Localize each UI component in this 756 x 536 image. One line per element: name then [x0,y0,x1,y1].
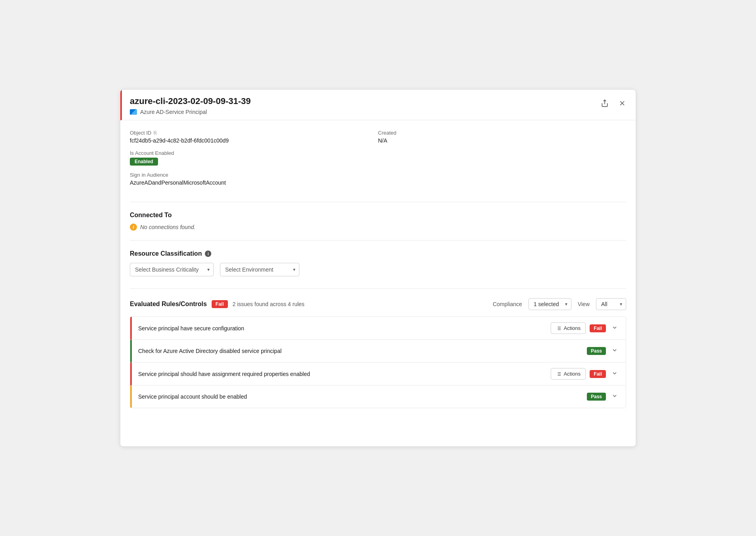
object-id-label: Object ID ⎘ [130,130,378,136]
account-enabled-section: Is Account Enabled Enabled [130,150,378,172]
rule-expand-button[interactable] [610,368,619,380]
rule-name: Service principal account should be enab… [138,393,587,400]
panel-body: Object ID ⎘ fcf24db5-a29d-4c82-b2df-6fdc… [120,120,636,418]
meta-grid: Object ID ⎘ fcf24db5-a29d-4c82-b2df-6fdc… [130,130,626,192]
created-section: Created N/A [378,130,626,150]
created-label: Created [378,130,626,136]
filter-icon [556,371,561,377]
rule-item: Service principal should have assignment… [130,362,626,386]
view-select[interactable]: All Fail Pass [596,298,626,310]
chevron-down-icon [611,324,618,331]
sign-in-section [378,150,626,172]
close-button[interactable] [617,98,628,109]
rule-status-badge: Pass [587,393,606,401]
rule-expand-button[interactable] [610,345,619,357]
classification-title: Resource Classification i [130,250,626,257]
view-label: View [578,301,590,307]
connections-section: Connected To i No connections found. [130,212,626,231]
rules-header: Evaluated Rules/Controls Fail 2 issues f… [130,298,626,310]
rule-expand-button[interactable] [610,391,619,402]
compliance-select[interactable]: 1 selected [528,298,571,310]
compliance-label: Compliance [493,301,522,307]
rules-issues-text: 2 issues found across 4 rules [233,301,305,307]
rules-fail-badge: Fail [212,300,228,308]
panel-title: azure-cli-2023-02-09-09-31-39 [130,96,251,106]
divider-1 [130,202,626,202]
business-criticality-select[interactable]: Select Business Criticality High Medium … [130,263,214,276]
info-circle-icon: i [130,224,137,231]
azure-service-icon [130,109,137,115]
rule-actions-right: Actions Fail [551,322,619,334]
connections-title: Connected To [130,212,626,219]
panel-subtitle: Azure AD-Service Principal [130,109,251,115]
rule-actions-right: Pass [587,345,619,357]
copy-icon[interactable]: ⎘ [154,130,157,136]
filter-icon [556,326,561,331]
share-button[interactable] [599,98,610,109]
chevron-down-icon [611,347,618,353]
sign-in-label: Sign in Audience [130,172,378,178]
environment-wrapper: Select Environment Production Staging De… [220,263,299,276]
rule-actions-right: Pass [587,391,619,402]
business-criticality-wrapper: Select Business Criticality High Medium … [130,263,214,276]
rules-section: Evaluated Rules/Controls Fail 2 issues f… [130,298,626,408]
object-id-section: Object ID ⎘ fcf24db5-a29d-4c82-b2df-6fdc… [130,130,378,150]
no-connections: i No connections found. [130,224,626,231]
rule-actions-right: Actions Fail [551,368,619,380]
view-dropdown-wrapper: All Fail Pass ▾ [596,298,626,310]
rules-header-left: Evaluated Rules/Controls Fail 2 issues f… [130,300,305,308]
account-enabled-label: Is Account Enabled [130,150,378,156]
panel-subtitle-text: Azure AD-Service Principal [140,109,207,115]
divider-2 [130,240,626,241]
rule-expand-button[interactable] [610,323,619,334]
environment-select[interactable]: Select Environment Production Staging De… [220,263,299,276]
sign-in-value: AzureADandPersonalMicrosoftAccount [130,179,378,186]
chevron-down-icon [611,370,618,376]
main-panel: azure-cli-2023-02-09-09-31-39 Azure AD-S… [120,89,636,447]
rules-title: Evaluated Rules/Controls [130,301,207,308]
rule-status-badge: Pass [587,347,606,355]
panel-header-actions [599,96,628,109]
rule-actions-button[interactable]: Actions [551,322,586,334]
rule-status-badge: Fail [590,370,606,378]
rule-name: Service principal have secure configurat… [138,325,551,332]
classification-section: Resource Classification i Select Busines… [130,250,626,276]
account-enabled-badge: Enabled [130,158,158,166]
rule-actions-button[interactable]: Actions [551,368,586,380]
classification-info-icon[interactable]: i [205,251,211,257]
rule-item: Service principal have secure configurat… [130,317,626,340]
rule-item: Check for Azure Active Directory disable… [130,340,626,362]
rule-name: Check for Azure Active Directory disable… [138,348,587,354]
rule-status-badge: Fail [590,324,606,332]
chevron-down-icon [611,393,618,399]
created-value: N/A [378,137,626,144]
compliance-dropdown-wrapper: 1 selected ▾ [528,298,571,310]
divider-3 [130,288,626,289]
sign-in-full-section: Sign in Audience AzureADandPersonalMicro… [130,172,378,192]
panel-header: azure-cli-2023-02-09-09-31-39 Azure AD-S… [120,90,636,120]
dropdowns-row: Select Business Criticality High Medium … [130,263,626,276]
rules-list: Service principal have secure configurat… [130,316,626,408]
rule-item: Service principal account should be enab… [130,386,626,408]
no-connections-text: No connections found. [140,224,195,230]
panel-header-left: azure-cli-2023-02-09-09-31-39 Azure AD-S… [130,96,251,115]
object-id-value: fcf24db5-a29d-4c82-b2df-6fdc001c00d9 [130,137,378,144]
rules-header-right: Compliance 1 selected ▾ View All Fail Pa… [493,298,626,310]
rule-name: Service principal should have assignment… [138,371,551,377]
